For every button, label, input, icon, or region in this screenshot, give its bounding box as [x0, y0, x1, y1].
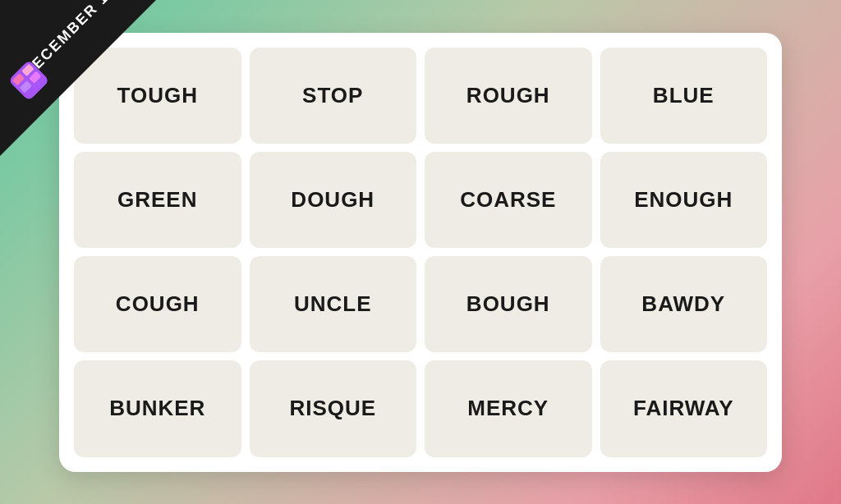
word-card-coarse[interactable]: COARSE [425, 152, 592, 248]
word-card-blue[interactable]: BLUE [600, 48, 768, 144]
word-label: BAWDY [641, 291, 725, 317]
word-card-uncle[interactable]: UNCLE [250, 256, 417, 352]
word-grid: TOUGHSTOPROUGHBLUEGREENDOUGHCOARSEENOUGH… [59, 33, 782, 472]
word-card-bough[interactable]: BOUGH [425, 256, 592, 352]
word-label: ROUGH [466, 83, 550, 108]
word-card-dough[interactable]: DOUGH [250, 152, 417, 248]
word-card-cough[interactable]: COUGH [74, 256, 241, 352]
word-label: ENOUGH [634, 187, 733, 213]
word-card-enough[interactable]: ENOUGH [600, 152, 768, 248]
word-card-fairway[interactable]: FAIRWAY [600, 360, 768, 456]
word-card-mercy[interactable]: MERCY [425, 360, 592, 456]
word-label: FAIRWAY [633, 396, 734, 421]
word-card-green[interactable]: GREEN [74, 152, 241, 248]
word-label: COARSE [460, 187, 556, 213]
word-label: BLUE [653, 83, 715, 108]
word-label: STOP [302, 83, 363, 108]
word-label: COUGH [116, 291, 200, 317]
word-label: GREEN [117, 187, 197, 213]
word-card-bawdy[interactable]: BAWDY [600, 256, 768, 352]
date-badge: DECEMBER 13 [0, 0, 164, 164]
word-card-risque[interactable]: RISQUE [250, 360, 417, 456]
word-label: DOUGH [291, 187, 375, 213]
word-card-bunker[interactable]: BUNKER [74, 360, 241, 456]
word-label: UNCLE [294, 291, 372, 317]
word-card-rough[interactable]: ROUGH [425, 48, 592, 144]
word-label: BOUGH [466, 291, 550, 317]
word-label: RISQUE [289, 396, 376, 421]
word-label: MERCY [467, 396, 549, 421]
word-card-stop[interactable]: STOP [250, 48, 417, 144]
word-label: BUNKER [109, 396, 205, 421]
